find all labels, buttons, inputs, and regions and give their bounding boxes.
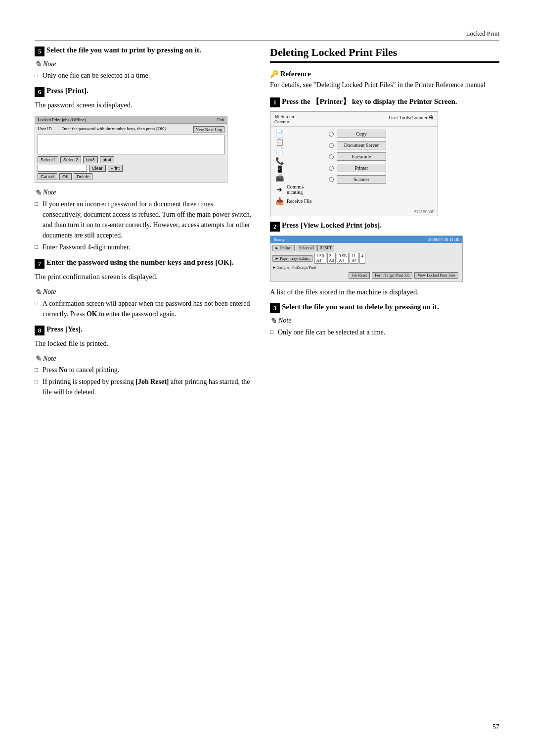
scanner-button[interactable]: Scanner bbox=[337, 175, 386, 184]
screen-buttons-row1: Select1 Select2 btn3 btn4 bbox=[38, 156, 224, 163]
step8-text: Press [Yes]. bbox=[46, 325, 83, 333]
delete-btn[interactable]: Delete bbox=[74, 173, 92, 180]
note5-title: ✎ Note bbox=[270, 316, 499, 326]
step3-number: 3 bbox=[270, 303, 280, 313]
screen-contrast-area: 🖥 Screen Contrast bbox=[274, 114, 294, 124]
note4-title: ✎ Note bbox=[35, 354, 252, 363]
note1-label: Note bbox=[43, 60, 56, 68]
printer-btn-row: Printer bbox=[329, 164, 434, 172]
select-all-btn[interactable]: Select all bbox=[297, 245, 316, 251]
note3-icon: ✎ bbox=[35, 287, 41, 297]
file-list-placeholder bbox=[39, 136, 223, 141]
ready-row-paper: ► Paper Tray/ Editar: 1 SBA4 2A3 3 SBA4 … bbox=[272, 253, 460, 264]
step6-body: The password screen is displayed. bbox=[35, 100, 252, 111]
note2-label: Note bbox=[43, 189, 56, 196]
step8-heading: 8 Press [Yes]. bbox=[35, 325, 252, 335]
note3-title: ✎ Note bbox=[35, 287, 252, 297]
password-input[interactable] bbox=[38, 165, 87, 172]
ready-status: Ready bbox=[273, 237, 285, 242]
print-btn[interactable]: Print bbox=[108, 165, 123, 172]
printer-button[interactable]: Printer bbox=[337, 164, 386, 172]
note3-block: ✎ Note A confirmation screen will appear… bbox=[35, 287, 252, 319]
two-col-layout: 5 Select the file you want to print by p… bbox=[35, 46, 499, 403]
note5-icon: ✎ bbox=[270, 316, 276, 326]
section-title: Deleting Locked Print Files bbox=[270, 46, 499, 63]
printer-icons-col: 📄📋📄 📞📱📠 ➜ Commu- nicating bbox=[274, 130, 324, 205]
select2-btn[interactable]: Select2 bbox=[60, 156, 81, 163]
copy-button[interactable]: Copy bbox=[337, 130, 386, 138]
doc-server-button[interactable]: Document Server bbox=[337, 141, 386, 149]
scanner-btn-row: Scanner bbox=[329, 175, 434, 184]
ok-btn[interactable]: OK bbox=[59, 173, 72, 180]
note4-item1: Press No to cancel printing. bbox=[35, 365, 252, 375]
commu-label1: Commu- bbox=[287, 184, 305, 189]
copy-circle bbox=[329, 132, 334, 137]
ready-row-sample: ► Sample: PostScript/Print bbox=[272, 265, 460, 270]
btn3[interactable]: btn3 bbox=[83, 156, 98, 163]
note4-label: Note bbox=[43, 355, 56, 363]
job-reset-btn[interactable]: Job Reset bbox=[349, 272, 370, 279]
printer-commu-row: ➜ Commu- nicating bbox=[274, 184, 324, 195]
select1-btn[interactable]: Select1 bbox=[38, 156, 58, 163]
paper-size-1: 1 SBA4 bbox=[314, 253, 326, 264]
fax-button[interactable]: Facsimile bbox=[337, 152, 386, 161]
step2-body: A list of the files stored in the machin… bbox=[270, 287, 499, 298]
note2-icon: ✎ bbox=[35, 188, 41, 197]
note1-block: ✎ Note Only one file can be selected at … bbox=[35, 59, 252, 81]
new-next-log-btn[interactable]: New Next Log bbox=[193, 126, 225, 133]
ready-timestamp: 2008/07 30 11:40 bbox=[428, 237, 459, 242]
note2-item1: If you enter an incorrect password for a… bbox=[35, 199, 252, 240]
note5-label: Note bbox=[278, 317, 291, 325]
exit-btn[interactable]: Exit bbox=[217, 117, 224, 122]
screen-buttons-row2: Clear Print bbox=[38, 165, 224, 172]
printer-screen-mockup: 🖥 Screen Contrast User Tools/Counter ⊕ 📄… bbox=[270, 111, 438, 216]
file-list[interactable] bbox=[38, 135, 224, 154]
contrast-label: Contrast bbox=[274, 119, 294, 124]
printer-buttons-col: Copy Document Server Facsimile Prin bbox=[329, 130, 434, 205]
note2-block: ✎ Note If you enter an incorrect passwor… bbox=[35, 188, 252, 252]
clear-btn[interactable]: Clear bbox=[89, 165, 106, 172]
form-target-print-btn[interactable]: Form Target Print Job bbox=[372, 272, 412, 279]
note-icon: ✎ bbox=[35, 59, 41, 69]
paper-size-3: 3 SBA4 bbox=[337, 253, 349, 264]
sample-print-label: ► Sample: PostScript/Print bbox=[272, 265, 316, 270]
printer-screen-body: 📄📋📄 📞📱📠 ➜ Commu- nicating bbox=[270, 127, 438, 208]
printer-screen-header: 🖥 Screen Contrast User Tools/Counter ⊕ bbox=[270, 112, 438, 127]
fax-icons: 📞📱📠 bbox=[274, 157, 284, 182]
ready-header: Ready 2008/07 30 11:40 bbox=[270, 236, 462, 243]
cancel-btn[interactable]: Cancel bbox=[38, 173, 57, 180]
screen-top-bar: Locked Print jobs (Offline) Exit bbox=[35, 116, 227, 124]
doc-server-btn-row: Document Server bbox=[329, 141, 434, 149]
commu-label2: nicating bbox=[287, 189, 305, 195]
step1-text: Press the 【Printer】 key to display the P… bbox=[282, 97, 457, 106]
user-id-label: User ID bbox=[38, 126, 60, 133]
step1-heading: 1 Press the 【Printer】 key to display the… bbox=[270, 97, 499, 107]
online-btn[interactable]: ► Online bbox=[272, 245, 295, 251]
reference-label: Reference bbox=[280, 70, 311, 78]
page-header: Locked Print bbox=[35, 30, 499, 41]
note5-block: ✎ Note Only one file can be selected at … bbox=[270, 316, 499, 337]
scanner-circle bbox=[329, 177, 334, 182]
view-locked-print-btn[interactable]: View Locked Print Jobs bbox=[414, 272, 458, 279]
reset-btn[interactable]: RESET bbox=[317, 245, 334, 251]
btn4[interactable]: btn4 bbox=[100, 156, 115, 163]
note3-item1: A confirmation screen will appear when t… bbox=[35, 298, 252, 319]
user-tools-label: User Tools/Counter bbox=[389, 115, 427, 120]
printer-circle bbox=[329, 166, 334, 171]
step1-number: 1 bbox=[270, 97, 280, 107]
note1-item1: Only one file can be selected at a time. bbox=[35, 70, 252, 81]
note4-block: ✎ Note Press No to cancel printing. If p… bbox=[35, 354, 252, 397]
screen-body: User ID Enter the password with the numb… bbox=[35, 124, 227, 183]
ready-row-online: ► Online Select all RESET bbox=[272, 245, 460, 251]
step7-text: Enter the password using the number keys… bbox=[46, 258, 233, 267]
fax-circle bbox=[329, 154, 334, 159]
paper-size-4: 11A4 bbox=[350, 253, 358, 264]
commu-label-block: Commu- nicating bbox=[287, 184, 305, 195]
screen-title: Locked Print jobs (Offline) bbox=[38, 117, 86, 122]
page-header-title: Locked Print bbox=[466, 30, 499, 38]
note1-title: ✎ Note bbox=[35, 59, 252, 69]
locked-print-screen: Locked Print jobs (Offline) Exit User ID… bbox=[35, 116, 227, 183]
screen-label: 🖥 Screen bbox=[274, 114, 294, 119]
screen-buttons-row3: Cancel OK Delete bbox=[38, 173, 224, 180]
note5-item1: Only one file can be selected at a time. bbox=[270, 327, 499, 337]
